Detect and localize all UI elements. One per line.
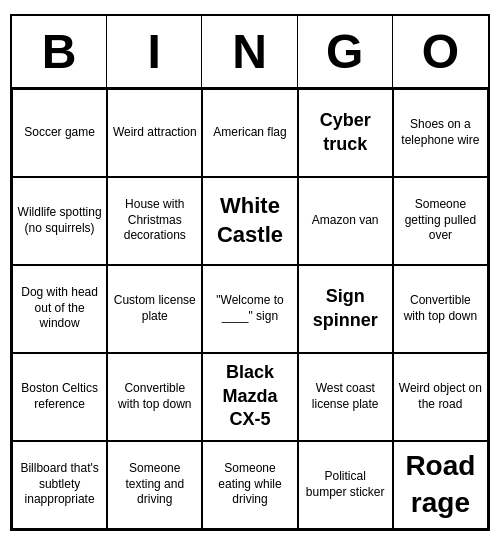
bingo-card: BINGO Soccer gameWeird attractionAmerica…	[10, 14, 490, 531]
bingo-cell-18[interactable]: West coast license plate	[298, 353, 393, 441]
bingo-cell-14[interactable]: Convertible with top down	[393, 265, 488, 353]
bingo-letter-n: N	[202, 16, 297, 87]
bingo-cell-5[interactable]: Wildlife spotting (no squirrels)	[12, 177, 107, 265]
bingo-grid: Soccer gameWeird attractionAmerican flag…	[12, 89, 488, 529]
bingo-letter-b: B	[12, 16, 107, 87]
bingo-cell-6[interactable]: House with Christmas decorations	[107, 177, 202, 265]
bingo-cell-13[interactable]: Sign spinner	[298, 265, 393, 353]
bingo-letter-g: G	[298, 16, 393, 87]
bingo-cell-12[interactable]: "Welcome to ____" sign	[202, 265, 297, 353]
bingo-cell-20[interactable]: Billboard that's subtlety inappropriate	[12, 441, 107, 529]
bingo-cell-7[interactable]: White Castle	[202, 177, 297, 265]
bingo-cell-24[interactable]: Road rage	[393, 441, 488, 529]
bingo-cell-0[interactable]: Soccer game	[12, 89, 107, 177]
bingo-cell-10[interactable]: Dog with head out of the window	[12, 265, 107, 353]
bingo-cell-2[interactable]: American flag	[202, 89, 297, 177]
bingo-cell-22[interactable]: Someone eating while driving	[202, 441, 297, 529]
bingo-letter-o: O	[393, 16, 488, 87]
bingo-cell-15[interactable]: Boston Celtics reference	[12, 353, 107, 441]
bingo-cell-19[interactable]: Weird object on the road	[393, 353, 488, 441]
bingo-cell-16[interactable]: Convertible with top down	[107, 353, 202, 441]
bingo-cell-23[interactable]: Political bumper sticker	[298, 441, 393, 529]
bingo-cell-3[interactable]: Cyber truck	[298, 89, 393, 177]
bingo-cell-8[interactable]: Amazon van	[298, 177, 393, 265]
bingo-cell-17[interactable]: Black Mazda CX-5	[202, 353, 297, 441]
bingo-cell-11[interactable]: Custom license plate	[107, 265, 202, 353]
bingo-cell-1[interactable]: Weird attraction	[107, 89, 202, 177]
bingo-cell-9[interactable]: Someone getting pulled over	[393, 177, 488, 265]
bingo-cell-21[interactable]: Someone texting and driving	[107, 441, 202, 529]
bingo-letter-i: I	[107, 16, 202, 87]
bingo-cell-4[interactable]: Shoes on a telephone wire	[393, 89, 488, 177]
bingo-header: BINGO	[12, 16, 488, 89]
